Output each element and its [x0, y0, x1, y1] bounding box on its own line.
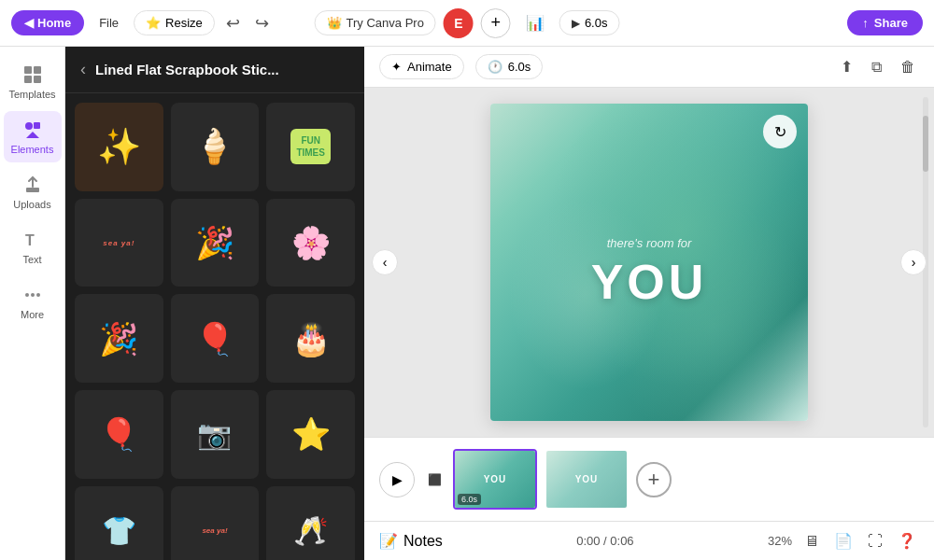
sidebar-item-uploads[interactable]: Uploads — [4, 166, 62, 217]
play-time-label: 6.0s — [585, 16, 608, 30]
svg-point-9 — [25, 293, 29, 297]
svg-point-10 — [31, 293, 35, 297]
svg-rect-7 — [26, 188, 39, 192]
desktop-view-button[interactable]: 🖥 — [801, 530, 822, 553]
sticker-item[interactable]: sea ya! — [171, 486, 260, 560]
design-card[interactable]: there's room for YOU ↻ — [490, 104, 808, 421]
duration-label: 6.0s — [508, 60, 531, 74]
sticker-item[interactable]: 🍦 — [171, 103, 260, 191]
canvas-main: ‹ there's room for YOU ↻ › — [364, 88, 934, 437]
uploads-icon — [21, 174, 44, 196]
timeline-slide[interactable]: YOU 6.0s — [453, 449, 537, 510]
resize-label: Resize — [165, 16, 203, 30]
sticker-item[interactable]: 🎉 — [75, 294, 163, 383]
panel-title: Lined Flat Scrapbook Stic... — [95, 62, 351, 77]
delete-button[interactable]: 🗑 — [897, 55, 919, 79]
notes-icon: 📝 — [379, 532, 398, 550]
crown-icon: 👑 — [327, 16, 342, 30]
sidebar-item-elements[interactable]: Elements — [4, 111, 62, 162]
export-button[interactable]: ⬆ — [837, 54, 856, 79]
svg-rect-5 — [34, 122, 40, 129]
canvas-toolbar: ✦ Animate 🕐 6.0s ⬆ ⧉ 🗑 — [364, 47, 934, 88]
sticker-grid: ✨ 🍦 FUNTIMES sea ya! 🎉 🌸 — [75, 103, 355, 560]
animate-label: Animate — [407, 60, 452, 74]
sticker-item[interactable]: ⭐ — [266, 390, 355, 479]
svg-point-11 — [36, 293, 40, 297]
notes-button[interactable]: 📝 Notes — [379, 532, 443, 550]
slide-word: YOU — [575, 474, 599, 484]
fullscreen-button[interactable]: ⛶ — [865, 530, 885, 553]
share-icon: ↑ — [862, 16, 869, 30]
timeline-play-button[interactable]: ▶ — [379, 462, 415, 497]
panel-content: ✨ 🍦 FUNTIMES sea ya! 🎉 🌸 — [65, 93, 364, 560]
duration-button[interactable]: 🕐 6.0s — [475, 54, 544, 79]
duplicate-button[interactable]: ⧉ — [868, 55, 885, 79]
sidebar: Templates Elements Uploads — [0, 47, 65, 560]
header: ◀ Home File ⭐ Resize ↩ ↪ 👑 Try Canva Pro… — [0, 0, 934, 47]
sidebar-item-text[interactable]: T Text — [4, 221, 62, 273]
canvas-scroll-right-button[interactable]: › — [900, 249, 927, 275]
sticker-item[interactable]: FUNTIMES — [266, 103, 355, 191]
sticker-item[interactable]: 👕 — [75, 486, 163, 560]
svg-point-4 — [25, 122, 33, 130]
sticker-item[interactable]: sea ya! — [75, 199, 163, 287]
preview-play-button[interactable]: ▶ 6.0s — [559, 10, 620, 35]
refresh-button[interactable]: ↻ — [763, 115, 797, 148]
redo-button[interactable]: ↪ — [251, 9, 273, 37]
sidebar-item-templates[interactable]: Templates — [4, 56, 62, 107]
sticker-panel: ‹ Lined Flat Scrapbook Stic... ✨ 🍦 FUNTI… — [65, 47, 364, 560]
clock-icon: 🕐 — [488, 60, 502, 74]
file-button[interactable]: File — [92, 12, 126, 34]
elements-icon — [21, 119, 44, 141]
sidebar-item-more[interactable]: More — [4, 276, 62, 328]
help-button[interactable]: ❓ — [895, 529, 919, 553]
svg-marker-6 — [26, 132, 39, 138]
animate-button[interactable]: ✦ Animate — [379, 54, 464, 79]
home-button[interactable]: ◀ Home — [11, 10, 84, 35]
play-icon: ▶ — [572, 17, 580, 30]
page-view-button[interactable]: 📄 — [831, 529, 856, 553]
templates-icon — [21, 63, 44, 86]
add-slide-button[interactable]: + — [636, 462, 672, 497]
sticker-item[interactable]: ✨ — [75, 103, 163, 191]
avatar[interactable]: E — [444, 8, 474, 38]
header-center: 👑 Try Canva Pro E + 📊 ▶ 6.0s — [315, 8, 620, 38]
canvas-scrollbar-thumb — [923, 116, 928, 172]
home-label: Home — [37, 16, 71, 30]
svg-rect-3 — [34, 76, 41, 83]
sticker-item[interactable]: 🎉 — [171, 199, 260, 287]
undo-button[interactable]: ↩ — [222, 9, 244, 37]
svg-rect-1 — [34, 66, 41, 74]
show-pages-button[interactable]: ⬛ — [424, 469, 446, 490]
design-small-text: there's room for — [490, 236, 808, 250]
share-button[interactable]: ↑ Share — [847, 10, 923, 35]
analytics-button[interactable]: 📊 — [518, 10, 552, 35]
sticker-item[interactable]: 🌸 — [266, 199, 355, 287]
slide-duration: 6.0s — [458, 494, 481, 505]
pages-icon: ⬛ — [428, 473, 442, 486]
timeline: ▶ ⬛ YOU 6.0s YOU — [364, 437, 934, 521]
sticker-item[interactable]: 🎈 — [75, 390, 163, 479]
home-icon: ◀ — [24, 16, 34, 30]
more-icon — [21, 284, 44, 306]
svg-rect-2 — [24, 76, 32, 83]
timeline-slide-duplicate[interactable]: YOU — [545, 449, 629, 510]
main-layout: Templates Elements Uploads — [0, 47, 934, 560]
resize-button[interactable]: ⭐ Resize — [134, 10, 215, 35]
footer-bar: 📝 Notes 0:00 / 0:06 32% 🖥 📄 ⛶ ❓ — [364, 521, 934, 560]
sidebar-templates-label: Templates — [8, 89, 55, 100]
canvas-scroll-left-button[interactable]: ‹ — [372, 249, 398, 275]
sticker-item[interactable]: 🎈 — [171, 294, 260, 383]
add-collaborator-button[interactable]: + — [481, 8, 511, 38]
timeline-slides: ⬛ YOU 6.0s YOU + — [424, 449, 919, 510]
panel-back-button[interactable]: ‹ — [78, 58, 88, 81]
star-icon: ⭐ — [146, 16, 161, 30]
sidebar-elements-label: Elements — [11, 144, 54, 155]
svg-rect-0 — [24, 66, 32, 74]
sticker-item[interactable]: 🎂 — [266, 294, 355, 383]
try-canva-pro-button[interactable]: 👑 Try Canva Pro — [315, 10, 436, 35]
time-display: 0:00 / 0:06 — [576, 534, 633, 548]
design-text-container: there's room for YOU — [490, 236, 808, 310]
sticker-item[interactable]: 🥂 — [266, 486, 355, 560]
sticker-item[interactable]: 📷 — [171, 390, 260, 479]
